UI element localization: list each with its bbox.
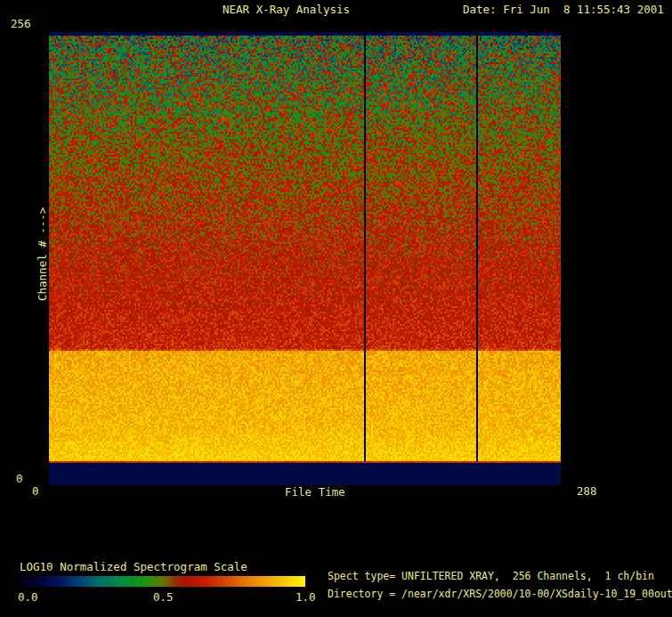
x-axis-min-tick: 0 bbox=[32, 485, 39, 498]
spectrogram-heatmap bbox=[49, 32, 561, 485]
colorbar-title: LOG10 Normalized Spectrogram Scale bbox=[20, 561, 247, 573]
directory-info: Directory = /near/xdr/XRS/2000/10-00/XSd… bbox=[328, 588, 672, 600]
spectrogram-plot-area bbox=[49, 32, 561, 485]
x-axis-max-tick: 288 bbox=[577, 485, 597, 498]
page-title: NEAR X-Ray Analysis bbox=[223, 4, 350, 16]
y-axis-min-tick: 0 bbox=[16, 473, 23, 485]
y-axis-max-tick: 256 bbox=[11, 18, 31, 30]
colorbar-tick-1: 1.0 bbox=[296, 591, 316, 604]
colorbar-gradient bbox=[20, 576, 305, 587]
y-axis-title: Channel # ---> bbox=[36, 207, 49, 301]
colorbar-tick-0: 0.0 bbox=[18, 591, 38, 604]
colorbar-tick-0.5: 0.5 bbox=[153, 591, 174, 604]
x-axis-title: File Time bbox=[285, 486, 345, 499]
date-label: Date: Fri Jun 8 11:55:43 2001 bbox=[463, 4, 664, 16]
xray-analysis-window: { "window": { "background": "#000000", "… bbox=[0, 0, 672, 617]
spect-type-info: Spect type= UNFILTERED XRAY, 256 Channel… bbox=[328, 570, 654, 582]
